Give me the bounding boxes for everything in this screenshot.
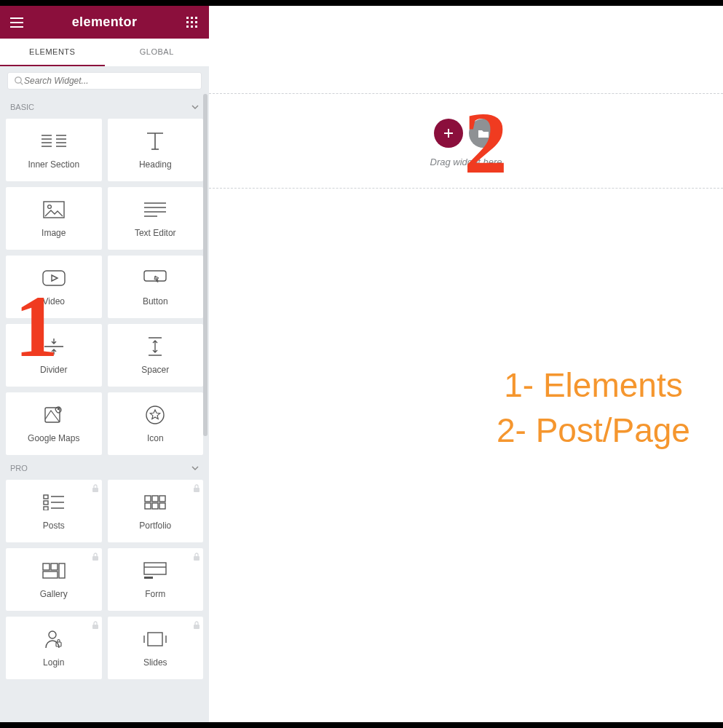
lock-icon — [193, 551, 200, 564]
svg-rect-27 — [159, 503, 165, 509]
svg-rect-8 — [195, 25, 197, 28]
button-icon — [143, 267, 167, 289]
portfolio-icon — [144, 491, 166, 513]
spacer-icon — [146, 336, 164, 357]
search-icon — [14, 76, 24, 86]
group-pro-header[interactable]: PRO — [0, 455, 209, 480]
widget-portfolio[interactable]: Portfolio — [108, 480, 204, 542]
svg-rect-26 — [152, 503, 158, 509]
widget-form[interactable]: Form — [108, 548, 204, 611]
svg-rect-7 — [191, 25, 193, 28]
video-icon — [42, 267, 66, 289]
widget-gallery[interactable]: Gallery — [6, 548, 102, 611]
widget-image[interactable]: Image — [6, 187, 102, 250]
section-action-buttons — [434, 119, 498, 148]
sidebar-panel: elementor ELEMENTS GLOBAL BASIC Inner Se… — [0, 6, 209, 722]
slides-icon — [143, 628, 167, 650]
widget-divider[interactable]: Divider — [6, 324, 102, 387]
login-icon — [44, 628, 63, 650]
widget-text-editor[interactable]: Text Editor — [108, 187, 204, 250]
posts-icon — [43, 491, 65, 513]
svg-rect-1 — [191, 17, 193, 19]
widget-inner-section[interactable]: Inner Section — [6, 119, 102, 181]
widget-google-maps[interactable]: Google Maps — [6, 392, 102, 455]
widget-icon[interactable]: Icon — [108, 392, 204, 455]
group-pro-label: PRO — [10, 464, 28, 472]
search-row — [7, 72, 202, 90]
sidebar-tabs: ELEMENTS GLOBAL — [0, 39, 209, 66]
svg-rect-39 — [194, 625, 199, 629]
svg-point-37 — [49, 631, 56, 638]
inner-section-icon — [42, 130, 66, 152]
svg-rect-30 — [51, 563, 58, 570]
svg-rect-2 — [195, 17, 197, 19]
gallery-icon — [42, 560, 66, 582]
heading-icon — [144, 130, 166, 152]
svg-rect-25 — [145, 503, 151, 509]
widget-grid-basic: Inner Section Heading Image Text Editor … — [0, 119, 209, 455]
svg-rect-40 — [148, 633, 162, 646]
widget-spacer[interactable]: Spacer — [108, 324, 204, 387]
svg-rect-32 — [43, 571, 58, 578]
chevron-down-icon — [191, 464, 199, 472]
svg-rect-31 — [59, 563, 65, 578]
svg-rect-36 — [92, 625, 98, 629]
svg-rect-5 — [195, 21, 197, 23]
editor-canvas[interactable]: Drag widget here 2 1- Elements 2- Post/P… — [209, 6, 723, 722]
add-section-button[interactable] — [434, 119, 463, 148]
svg-rect-12 — [43, 271, 65, 285]
search-input[interactable] — [24, 76, 195, 86]
template-library-button[interactable] — [469, 119, 498, 148]
widget-video[interactable]: Video — [6, 256, 102, 318]
svg-rect-35 — [144, 577, 153, 579]
widget-slides[interactable]: Slides — [108, 617, 204, 679]
lock-icon — [193, 620, 200, 633]
sidebar-header: elementor — [0, 6, 209, 39]
widget-button[interactable]: Button — [108, 256, 204, 318]
drag-hint-text: Drag widget here — [430, 157, 502, 167]
group-basic-header[interactable]: BASIC — [0, 94, 209, 119]
apps-icon[interactable] — [184, 15, 200, 31]
svg-rect-22 — [145, 496, 151, 502]
widget-login[interactable]: Login — [6, 617, 102, 679]
svg-rect-29 — [43, 563, 50, 570]
svg-rect-33 — [194, 556, 199, 561]
lock-icon — [92, 620, 99, 633]
annotation-legend: 1- Elements 2- Post/Page — [497, 363, 690, 453]
tab-elements[interactable]: ELEMENTS — [0, 39, 105, 66]
divider-icon — [43, 336, 65, 357]
lock-icon — [92, 483, 99, 496]
svg-rect-21 — [194, 488, 199, 492]
svg-rect-24 — [159, 496, 165, 502]
svg-rect-34 — [144, 563, 166, 574]
svg-rect-18 — [44, 495, 48, 499]
star-icon — [145, 404, 165, 426]
svg-rect-4 — [191, 21, 193, 23]
svg-rect-19 — [44, 501, 48, 505]
widget-grid-pro: Posts Portfolio Gallery Form — [0, 480, 209, 679]
svg-rect-6 — [186, 25, 189, 28]
image-icon — [43, 199, 65, 221]
form-icon — [143, 560, 167, 582]
svg-point-11 — [47, 205, 51, 209]
plus-icon — [443, 127, 454, 139]
svg-rect-28 — [92, 556, 98, 561]
svg-rect-23 — [152, 496, 158, 502]
lock-icon — [92, 551, 99, 564]
group-basic-label: BASIC — [10, 103, 34, 111]
google-maps-icon — [44, 404, 64, 426]
widget-heading[interactable]: Heading — [108, 119, 204, 181]
scrollbar[interactable] — [203, 94, 208, 436]
svg-point-9 — [15, 77, 21, 83]
widget-posts[interactable]: Posts — [6, 480, 102, 542]
new-section-placeholder[interactable]: Drag widget here — [209, 93, 723, 189]
svg-rect-0 — [186, 17, 189, 19]
svg-rect-20 — [44, 507, 48, 510]
folder-icon — [478, 128, 489, 138]
chevron-down-icon — [191, 103, 199, 111]
svg-rect-17 — [92, 488, 98, 492]
tab-global[interactable]: GLOBAL — [105, 39, 210, 66]
app-title: elementor — [72, 15, 138, 30]
menu-icon[interactable] — [9, 15, 25, 31]
text-editor-icon — [144, 199, 166, 221]
